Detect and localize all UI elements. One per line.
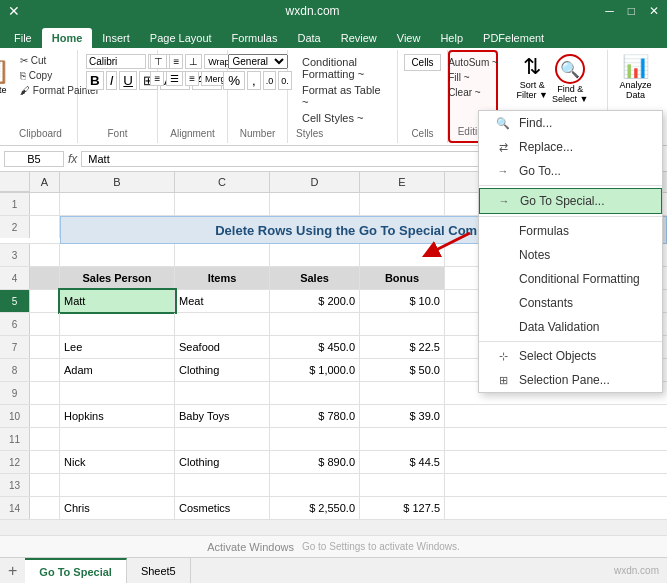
cell-b9[interactable]	[60, 382, 175, 404]
col-header-b[interactable]: B	[60, 172, 175, 192]
cell-e12[interactable]: $ 44.5	[360, 451, 445, 473]
clear-button[interactable]: Clear ~	[444, 86, 485, 99]
tab-view[interactable]: View	[387, 28, 431, 48]
cell-e6[interactable]	[360, 313, 445, 335]
cell-a2[interactable]	[30, 216, 60, 238]
cell-d14[interactable]: $ 2,550.0	[270, 497, 360, 519]
cell-c10[interactable]: Baby Toys	[175, 405, 270, 427]
cell-a8[interactable]	[30, 359, 60, 381]
tab-page-layout[interactable]: Page Layout	[140, 28, 222, 48]
cell-e8[interactable]: $ 50.0	[360, 359, 445, 381]
cell-c13[interactable]	[175, 474, 270, 496]
col-header-a[interactable]: A	[30, 172, 60, 192]
cell-c6[interactable]	[175, 313, 270, 335]
cell-a5[interactable]	[30, 290, 60, 312]
align-left-button[interactable]: ≡	[150, 71, 164, 86]
percent-button[interactable]: %	[223, 71, 245, 90]
sheet-tab-goto-special[interactable]: Go To Special	[25, 558, 127, 583]
align-bottom-button[interactable]: ⊥	[185, 54, 202, 69]
dropdown-formulas[interactable]: Formulas	[479, 219, 662, 243]
cell-b3[interactable]	[60, 244, 175, 266]
cell-a7[interactable]	[30, 336, 60, 358]
format-as-table-button[interactable]: Format as Table ~	[296, 82, 389, 110]
cell-c12[interactable]: Clothing	[175, 451, 270, 473]
sort-filter-button[interactable]: Sort &Filter ▼	[517, 80, 548, 100]
cell-a3[interactable]	[30, 244, 60, 266]
cell-a4[interactable]	[30, 267, 60, 289]
cell-b8[interactable]: Adam	[60, 359, 175, 381]
align-top-button[interactable]: ⊤	[150, 54, 167, 69]
increase-decimal-button[interactable]: .0	[263, 71, 277, 90]
tab-data[interactable]: Data	[287, 28, 330, 48]
cell-a10[interactable]	[30, 405, 60, 427]
cell-e7[interactable]: $ 22.5	[360, 336, 445, 358]
cell-b11[interactable]	[60, 428, 175, 450]
cell-c1[interactable]	[175, 193, 270, 215]
dropdown-notes[interactable]: Notes	[479, 243, 662, 267]
dropdown-goto-special[interactable]: → Go To Special...	[479, 188, 662, 214]
dropdown-dataval[interactable]: Data Validation	[479, 315, 662, 339]
dropdown-conditional[interactable]: Conditional Formatting	[479, 267, 662, 291]
cell-a14[interactable]	[30, 497, 60, 519]
col-header-c[interactable]: C	[175, 172, 270, 192]
cell-d7[interactable]: $ 450.0	[270, 336, 360, 358]
cell-d13[interactable]	[270, 474, 360, 496]
cell-c8[interactable]: Clothing	[175, 359, 270, 381]
cell-c7[interactable]: Seafood	[175, 336, 270, 358]
cell-d10[interactable]: $ 780.0	[270, 405, 360, 427]
dropdown-goto[interactable]: → Go To...	[479, 159, 662, 183]
cells-button[interactable]: Cells	[404, 54, 440, 71]
cell-c4[interactable]: Items	[175, 267, 270, 289]
dropdown-find[interactable]: 🔍 Find...	[479, 111, 662, 135]
bold-button[interactable]: B	[86, 71, 104, 90]
cell-b5[interactable]: Matt	[60, 290, 175, 312]
cell-d3[interactable]	[270, 244, 360, 266]
cell-a13[interactable]	[30, 474, 60, 496]
cell-e14[interactable]: $ 127.5	[360, 497, 445, 519]
cell-d5[interactable]: $ 200.0	[270, 290, 360, 312]
dropdown-replace[interactable]: ⇄ Replace...	[479, 135, 662, 159]
cell-b4[interactable]: Sales Person	[60, 267, 175, 289]
new-sheet-button[interactable]: +	[0, 562, 25, 580]
cell-c5[interactable]: Meat	[175, 290, 270, 312]
cell-d1[interactable]	[270, 193, 360, 215]
align-middle-button[interactable]: ≡	[169, 54, 183, 69]
cell-a6[interactable]	[30, 313, 60, 335]
analyze-data-button[interactable]: 📊 AnalyzeData	[619, 54, 651, 100]
cell-d11[interactable]	[270, 428, 360, 450]
number-format-select[interactable]: General	[228, 54, 288, 69]
tab-formulas[interactable]: Formulas	[222, 28, 288, 48]
cell-e10[interactable]: $ 39.0	[360, 405, 445, 427]
font-family-input[interactable]	[86, 54, 146, 69]
cell-d12[interactable]: $ 890.0	[270, 451, 360, 473]
cell-b13[interactable]	[60, 474, 175, 496]
cell-d6[interactable]	[270, 313, 360, 335]
cell-c14[interactable]: Cosmetics	[175, 497, 270, 519]
fill-button[interactable]: Fill ~	[444, 71, 473, 84]
cell-b14[interactable]: Chris	[60, 497, 175, 519]
sheet-tab-sheet5[interactable]: Sheet5	[127, 558, 191, 583]
tab-file[interactable]: File	[4, 28, 42, 48]
cell-a12[interactable]	[30, 451, 60, 473]
cell-a9[interactable]	[30, 382, 60, 404]
cell-e5[interactable]: $ 10.0	[360, 290, 445, 312]
tab-help[interactable]: Help	[430, 28, 473, 48]
cell-a1[interactable]	[30, 193, 60, 215]
italic-button[interactable]: I	[106, 71, 118, 90]
cell-c9[interactable]	[175, 382, 270, 404]
cell-b12[interactable]: Nick	[60, 451, 175, 473]
name-box[interactable]	[4, 151, 64, 167]
tab-pdfelement[interactable]: PDFelement	[473, 28, 554, 48]
cell-d4[interactable]: Sales	[270, 267, 360, 289]
conditional-formatting-button[interactable]: Conditional Formatting ~	[296, 54, 389, 82]
cell-a11[interactable]	[30, 428, 60, 450]
comma-button[interactable]: ,	[247, 71, 261, 90]
tab-insert[interactable]: Insert	[92, 28, 140, 48]
dropdown-selectionpane[interactable]: ⊞ Selection Pane...	[479, 368, 662, 392]
cell-b6[interactable]	[60, 313, 175, 335]
cell-c11[interactable]	[175, 428, 270, 450]
align-center-button[interactable]: ☰	[166, 71, 183, 86]
cell-b1[interactable]	[60, 193, 175, 215]
cell-e13[interactable]	[360, 474, 445, 496]
cell-e4[interactable]: Bonus	[360, 267, 445, 289]
